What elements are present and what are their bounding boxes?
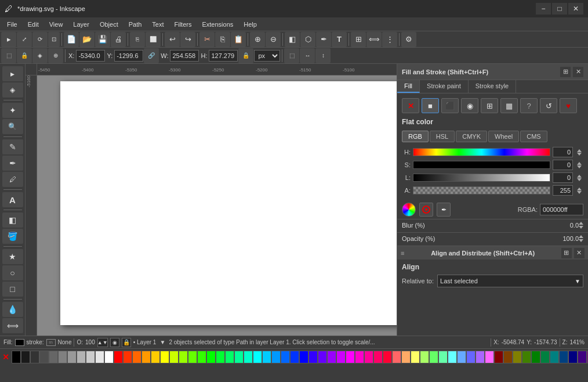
palette-color-3[interactable]: [39, 351, 49, 363]
flip-v-btn[interactable]: ↕: [315, 48, 331, 63]
color-dropper-btn[interactable]: [419, 203, 433, 217]
lock-wh-btn[interactable]: 🔒: [238, 48, 253, 63]
h-slider[interactable]: [413, 148, 550, 156]
tool-btn-3[interactable]: ⟳: [32, 32, 48, 47]
palette-color-36[interactable]: [346, 351, 355, 363]
no-paint-btn[interactable]: ✕: [402, 98, 419, 113]
align-close-btn[interactable]: ✕: [574, 248, 585, 258]
palette-color-43[interactable]: [411, 351, 420, 363]
palette-color-51[interactable]: [485, 351, 494, 363]
palette-color-21[interactable]: [206, 351, 216, 363]
palette-color-23[interactable]: [225, 351, 234, 363]
tool-btn-snap[interactable]: ▸: [1, 32, 16, 47]
unit-select[interactable]: pxmmcmin: [254, 50, 280, 62]
text-tool-btn[interactable]: A: [2, 192, 23, 207]
l-slider[interactable]: [413, 174, 550, 182]
tab-stroke-style[interactable]: Stroke style: [469, 80, 516, 93]
palette-color-1[interactable]: [21, 351, 30, 363]
palette-color-42[interactable]: [401, 351, 411, 363]
menu-item-extensions[interactable]: Extensions: [197, 20, 238, 29]
palette-color-7[interactable]: [77, 351, 86, 363]
palette-color-24[interactable]: [234, 351, 244, 363]
palette-color-57[interactable]: [540, 351, 550, 363]
s-slider[interactable]: [413, 161, 550, 169]
palette-color-56[interactable]: [531, 351, 540, 363]
palette-color-54[interactable]: [513, 351, 522, 363]
dist-btn-tb[interactable]: ⟺: [366, 32, 382, 47]
palette-color-20[interactable]: [197, 351, 206, 363]
s-arrow[interactable]: [575, 161, 583, 169]
pref-btn[interactable]: ⚙: [401, 32, 416, 47]
linear-grad-btn[interactable]: ⬛: [441, 98, 459, 113]
palette-color-11[interactable]: [114, 351, 123, 363]
palette-color-35[interactable]: [336, 351, 346, 363]
transform-2-btn[interactable]: ⬚: [284, 48, 299, 63]
l-arrow[interactable]: [575, 174, 583, 182]
tab-fill[interactable]: Fill: [397, 80, 420, 93]
pattern-fill-btn[interactable]: ⊞: [481, 98, 498, 113]
open-btn[interactable]: 📂: [79, 32, 95, 47]
panel-detach-btn[interactable]: ⊞: [560, 67, 571, 77]
palette-color-26[interactable]: [253, 351, 262, 363]
palette-color-55[interactable]: [522, 351, 531, 363]
undo-btn[interactable]: ↩: [165, 32, 180, 47]
palette-color-22[interactable]: [216, 351, 225, 363]
new-btn[interactable]: 📄: [64, 32, 79, 47]
canvas-mode-btn[interactable]: ◉: [110, 338, 119, 347]
cut-btn[interactable]: ✂: [199, 32, 215, 47]
cmyk-tab[interactable]: CMYK: [456, 131, 487, 142]
palette-color-47[interactable]: [448, 351, 457, 363]
palette-color-34[interactable]: [327, 351, 336, 363]
align-detach-btn[interactable]: ⊞: [561, 248, 572, 258]
pencil-tool-btn[interactable]: ✎: [2, 139, 23, 154]
select-tool-btn[interactable]: ▸: [2, 66, 23, 81]
maximize-button[interactable]: □: [552, 3, 567, 15]
x-input[interactable]: [76, 50, 105, 62]
circle-tool-btn[interactable]: ○: [2, 265, 23, 280]
node-btn-tb[interactable]: ⬡: [300, 32, 315, 47]
relative-to-select[interactable]: Last selected ▼: [437, 275, 583, 287]
eyedropper-btn[interactable]: ✒: [437, 203, 451, 217]
snap-btn[interactable]: ⊕: [48, 48, 63, 63]
lock-mode-btn[interactable]: 🔒: [122, 338, 131, 347]
palette-color-30[interactable]: [290, 351, 299, 363]
tweak-tool-btn[interactable]: ✦: [2, 103, 23, 118]
canvas-viewport[interactable]: [37, 75, 397, 336]
palette-color-15[interactable]: [151, 351, 160, 363]
menu-item-text[interactable]: Text: [147, 20, 168, 29]
zoom-in-btn[interactable]: ⊕: [250, 32, 265, 47]
palette-color-13[interactable]: [132, 351, 141, 363]
palette-color-28[interactable]: [271, 351, 281, 363]
palette-color-49[interactable]: [466, 351, 476, 363]
palette-color-39[interactable]: [373, 351, 383, 363]
h-value[interactable]: [553, 147, 573, 157]
menu-item-layer[interactable]: Layer: [68, 20, 94, 29]
blur-arrows[interactable]: [579, 222, 583, 229]
palette-color-31[interactable]: [299, 351, 308, 363]
align-btn-tb[interactable]: ⊞: [351, 32, 366, 47]
redo-btn[interactable]: ↪: [180, 32, 195, 47]
palette-color-16[interactable]: [160, 351, 169, 363]
palette-color-12[interactable]: [123, 351, 132, 363]
dropper-tool-btn[interactable]: 💧: [2, 302, 23, 317]
palette-color-46[interactable]: [438, 351, 448, 363]
y-input[interactable]: [114, 50, 143, 62]
import-btn[interactable]: ⎘: [130, 32, 145, 47]
h-arrow[interactable]: [575, 148, 583, 156]
palette-color-9[interactable]: [95, 351, 104, 363]
node-tool-btn[interactable]: ◈: [2, 82, 23, 98]
palette-color-44[interactable]: [420, 351, 429, 363]
palette-color-41[interactable]: [392, 351, 401, 363]
export-btn[interactable]: ⬜: [146, 32, 161, 47]
unknown-fill-btn[interactable]: ?: [520, 98, 538, 113]
path-btn-tb[interactable]: ✒: [316, 32, 331, 47]
tool-btn-4[interactable]: ⊡: [48, 32, 60, 47]
palette-color-5[interactable]: [58, 351, 67, 363]
a-value[interactable]: [553, 185, 573, 196]
menu-item-object[interactable]: Object: [95, 20, 123, 29]
swatch-fill-btn[interactable]: ▦: [500, 98, 518, 113]
palette-color-58[interactable]: [550, 351, 559, 363]
menu-item-filters[interactable]: Filters: [170, 20, 197, 29]
palette-color-61[interactable]: [578, 351, 587, 363]
palette-color-10[interactable]: [104, 351, 114, 363]
